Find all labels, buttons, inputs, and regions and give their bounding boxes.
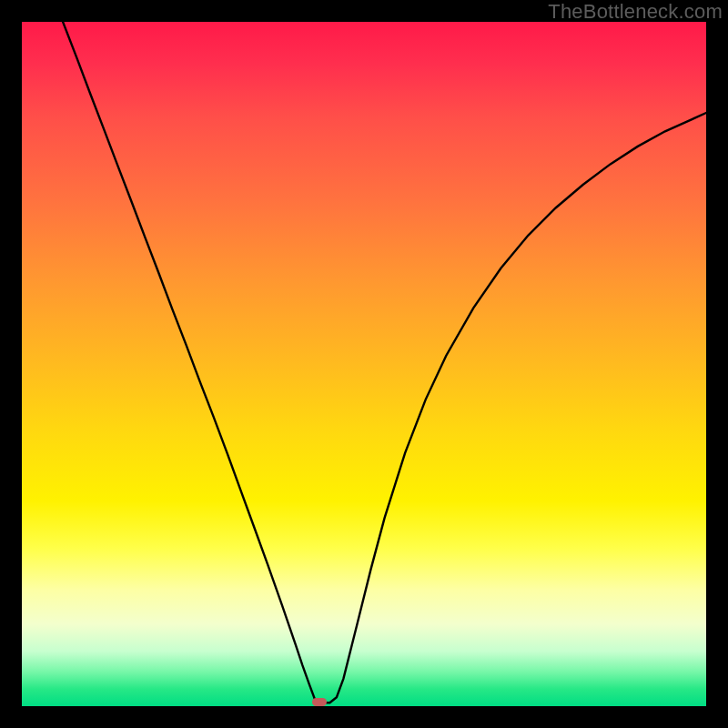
plot-area xyxy=(22,22,706,706)
chart-frame: TheBottleneck.com xyxy=(0,0,728,728)
watermark-text: TheBottleneck.com xyxy=(548,0,723,24)
optimal-point-marker xyxy=(312,698,327,706)
bottleneck-curve xyxy=(22,22,706,706)
